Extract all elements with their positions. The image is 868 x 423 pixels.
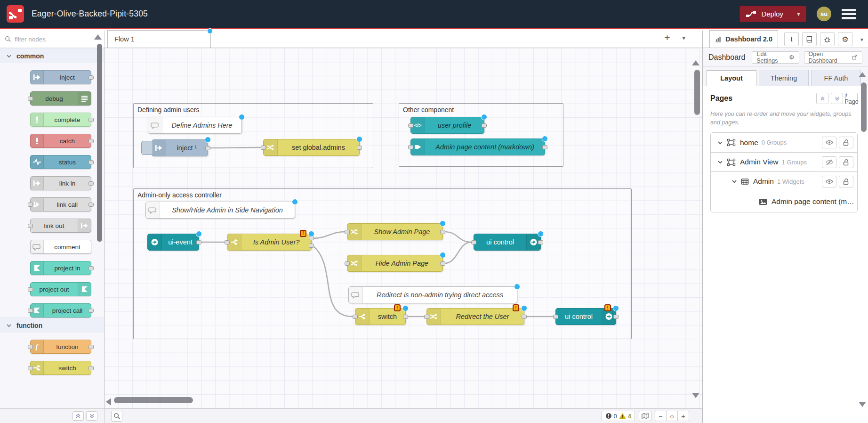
palette-node-inject[interactable]: inject: [30, 70, 91, 84]
sidebar-caret-icon[interactable]: ▾: [860, 36, 863, 43]
node-port-out[interactable]: [482, 123, 487, 128]
node-port-out[interactable]: [205, 146, 210, 150]
tab-layout[interactable]: Layout: [707, 70, 756, 86]
zoom-reset-button[interactable]: ○: [666, 411, 678, 421]
node-port-out[interactable]: [309, 244, 314, 248]
hamburger-menu-icon[interactable]: [842, 9, 856, 19]
sidebar-scroll-up[interactable]: [859, 72, 866, 77]
move-down-button[interactable]: [831, 93, 843, 104]
node-port-in[interactable]: [28, 309, 33, 313]
node-port-in[interactable]: [345, 230, 350, 234]
filter-nodes-input[interactable]: [15, 36, 85, 43]
canvas-search-button[interactable]: [111, 411, 122, 422]
node-port-in[interactable]: [28, 203, 33, 207]
node-port-out[interactable]: [196, 240, 201, 244]
node-ui-event[interactable]: ui-event: [147, 234, 199, 251]
palette-node-link-out[interactable]: link out: [30, 219, 91, 233]
canvas-vscrollbar-thumb[interactable]: [694, 70, 700, 115]
node-port-in[interactable]: [353, 315, 358, 319]
flow-group-other-component[interactable]: Other component: [399, 103, 563, 167]
node-port-out[interactable]: [88, 118, 94, 122]
tab-dashboard-2[interactable]: Dashboard 2.0: [709, 30, 778, 48]
lock-toggle-button[interactable]: [839, 137, 853, 148]
node-port-out[interactable]: [88, 309, 94, 313]
error-warning-counts[interactable]: 0 4: [602, 411, 635, 421]
palette-collapse-all-button[interactable]: [72, 411, 84, 421]
palette-scroll-up[interactable]: [94, 34, 102, 40]
info-tab-button[interactable]: i: [784, 32, 799, 46]
visibility-toggle-button[interactable]: [822, 176, 836, 187]
tab-flow-1[interactable]: Flow 1: [107, 30, 211, 48]
flow-group-defining-admin-users[interactable]: Defining admin users: [133, 103, 373, 168]
help-tab-button[interactable]: [802, 32, 817, 46]
palette-node-function[interactable]: ffunction: [30, 340, 91, 354]
zoom-out-button[interactable]: −: [655, 411, 667, 421]
node-port-in[interactable]: [424, 315, 429, 319]
node-port-in[interactable]: [28, 345, 33, 349]
node-port-out[interactable]: [88, 203, 94, 207]
palette-expand-all-button[interactable]: [86, 411, 97, 421]
node-hide-admin-page[interactable]: Hide Admin Page: [347, 255, 443, 272]
palette-node-project-call[interactable]: project call: [30, 303, 91, 317]
tree-chevron[interactable]: [717, 160, 723, 164]
palette-node-switch[interactable]: switch: [30, 361, 91, 375]
tab-theming[interactable]: Theming: [759, 70, 809, 86]
node-port-out[interactable]: [88, 75, 94, 80]
node-port-out[interactable]: [403, 315, 408, 319]
palette-node-catch[interactable]: catch: [30, 134, 91, 148]
node-port-out[interactable]: [88, 160, 94, 164]
add-flow-button[interactable]: +: [664, 32, 670, 43]
sidebar-scrollbar-thumb[interactable]: [861, 82, 867, 132]
node-port-in[interactable]: [28, 97, 33, 101]
palette-node-status[interactable]: status: [30, 155, 91, 169]
visibility-toggle-button[interactable]: [822, 137, 836, 148]
tab-ff-auth[interactable]: FF Auth: [811, 70, 861, 86]
node-define-admins-here[interactable]: Define Admins Here: [148, 117, 242, 134]
node-port-out[interactable]: [542, 145, 547, 149]
node-port-out[interactable]: [88, 366, 94, 370]
canvas-scroll-down[interactable]: [692, 393, 699, 398]
node-port-out[interactable]: [522, 315, 527, 319]
node-port-out[interactable]: [357, 146, 362, 150]
node-redirect-is-non-admin-trying-direct-access[interactable]: Redirect is non-admin trying direct acce…: [348, 286, 517, 303]
node-port-out[interactable]: [440, 230, 445, 234]
canvas-scroll-left[interactable]: [106, 398, 111, 406]
node-switch[interactable]: switch!: [355, 308, 406, 325]
node-port-out[interactable]: [88, 139, 94, 143]
minimap-toggle-button[interactable]: [639, 411, 651, 421]
node-port-in[interactable]: [225, 240, 230, 244]
palette-node-project-out[interactable]: project out: [30, 282, 91, 296]
flow-canvas[interactable]: Defining admin usersOther componentAdmin…: [104, 48, 702, 408]
node-port-out[interactable]: [538, 240, 543, 244]
tree-chevron[interactable]: [717, 140, 723, 145]
avatar[interactable]: su: [817, 7, 831, 21]
debug-tab-button[interactable]: [820, 32, 835, 46]
node-port-in[interactable]: [408, 145, 413, 149]
node-port-in[interactable]: [261, 146, 266, 150]
inject-trigger-button[interactable]: [141, 141, 153, 155]
node-set-global-admins[interactable]: set global.admins: [263, 139, 360, 156]
node-redirect-the-user[interactable]: Redirect the User!: [426, 308, 524, 325]
config-nodes-button[interactable]: ⚙: [838, 32, 852, 46]
tree-row-admin-page-content-m-[interactable]: Admin page content (m…: [711, 191, 857, 212]
node-port-out[interactable]: [88, 345, 94, 349]
palette-node-comment[interactable]: comment: [30, 240, 91, 254]
palette-node-complete[interactable]: complete: [30, 113, 91, 127]
palette-node-link-in[interactable]: link in: [30, 176, 91, 190]
sidebar-scroll-down[interactable]: [859, 402, 866, 407]
tree-row-home[interactable]: home0 Groups: [711, 133, 857, 152]
node-port-in[interactable]: [28, 287, 33, 292]
deploy-caret-icon[interactable]: ▼: [791, 6, 806, 22]
palette-scrollbar-thumb[interactable]: [97, 44, 102, 242]
node-port-in[interactable]: [28, 224, 33, 228]
move-up-button[interactable]: [816, 93, 828, 104]
palette-category-function[interactable]: function: [0, 317, 104, 333]
node-ui-control[interactable]: ui control: [474, 234, 541, 251]
tree-row-admin[interactable]: Admin1 Widgets: [711, 171, 857, 191]
node-is-admin-user-[interactable]: Is Admin User?!: [227, 234, 312, 251]
node-port-out[interactable]: [88, 181, 94, 186]
deploy-button[interactable]: Deploy ▼: [739, 6, 806, 22]
canvas-scroll-up[interactable]: [692, 60, 699, 65]
node-user-profile[interactable]: </>user profile: [410, 117, 484, 134]
node-show-admin-page[interactable]: Show Admin Page: [347, 223, 443, 240]
